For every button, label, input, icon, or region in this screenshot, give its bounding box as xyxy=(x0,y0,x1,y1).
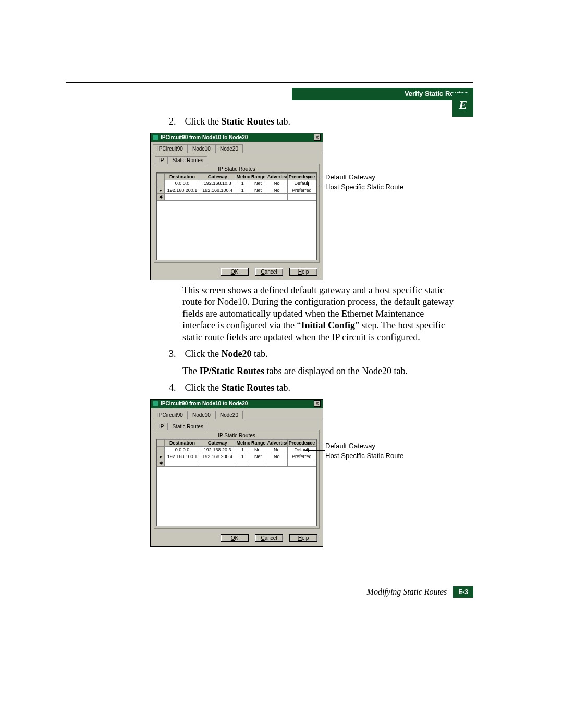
step-3: 3. Click the Node20 tab. xyxy=(169,348,457,360)
tab-node20[interactable]: Node20 xyxy=(215,411,243,419)
close-icon[interactable]: × xyxy=(314,134,321,141)
callout-arrow-1 xyxy=(305,443,325,443)
col-metric[interactable]: Metric xyxy=(235,173,250,180)
subtab-ip[interactable]: IP xyxy=(155,423,168,430)
cell-gateway[interactable]: 192.168.100.4 xyxy=(200,187,235,193)
grid-row[interactable]: ▸ 192.168.100.1 192.168.200.4 1 Net No P… xyxy=(157,453,316,460)
help-button[interactable]: Help xyxy=(289,534,317,542)
cell-destination[interactable]: 192.168.200.1 xyxy=(165,187,200,193)
cell-destination[interactable]: 192.168.100.1 xyxy=(165,453,200,460)
col-destination[interactable]: Destination xyxy=(165,439,200,446)
page-footer: Modifying Static Routes E-3 xyxy=(367,586,473,598)
cell-range[interactable]: Net xyxy=(250,187,266,193)
row-selector[interactable]: ✱ xyxy=(157,193,165,200)
callout-default-gateway: Default Gateway xyxy=(325,442,375,450)
cell-destination[interactable]: 0.0.0.0 xyxy=(165,180,200,187)
dialog-title: IPCircuit90 from Node10 to Node20 xyxy=(161,134,314,140)
grid-row-new[interactable]: ✱ xyxy=(157,193,316,200)
row-selector[interactable]: ▸ xyxy=(157,187,165,193)
callout-host-specific: Host Specific Static Route xyxy=(325,183,403,191)
appendix-tab: E xyxy=(452,93,473,117)
step-2: 2. Click the Static Routes tab. xyxy=(169,116,457,128)
subtab-static-routes[interactable]: Static Routes xyxy=(168,423,207,430)
dialog-window: IPCircuit90 from Node10 to Node20 × IPCi… xyxy=(150,399,323,547)
tab-node20[interactable]: Node20 xyxy=(215,144,243,153)
ok-button[interactable]: OK xyxy=(221,534,249,542)
col-destination[interactable]: Destination xyxy=(165,173,200,180)
cell-gateway[interactable]: 192.168.20.3 xyxy=(200,446,235,453)
main-tab-row: IPCircuit90 Node10 Node20 xyxy=(151,142,323,153)
step-text: tab. xyxy=(274,116,290,127)
close-icon[interactable]: × xyxy=(314,400,321,407)
col-advertise[interactable]: Advertise xyxy=(266,173,287,180)
callout-default-gateway: Default Gateway xyxy=(325,173,375,181)
tab-ipcircuit90[interactable]: IPCircuit90 xyxy=(153,144,188,153)
dialog-button-bar: OK Cancel Help xyxy=(151,265,323,280)
ok-button[interactable]: OK xyxy=(221,268,249,276)
cancel-button[interactable]: Cancel xyxy=(255,534,283,542)
main-tab-row: IPCircuit90 Node10 Node20 xyxy=(151,408,323,419)
grid-title: IP Static Routes xyxy=(156,433,317,438)
row-selector[interactable]: ✱ xyxy=(157,460,165,466)
step-bold: Node20 xyxy=(222,349,252,359)
cell-precedence[interactable]: Preferred xyxy=(287,187,316,193)
step-4: 4. Click the Static Routes tab. xyxy=(169,382,457,394)
cell-gateway[interactable]: 192.168.10.3 xyxy=(200,180,235,187)
cell-precedence[interactable]: Default xyxy=(287,180,316,187)
step-number: 2. xyxy=(169,116,182,128)
cell-destination[interactable]: 0.0.0.0 xyxy=(165,446,200,453)
tab-node10[interactable]: Node10 xyxy=(188,144,215,153)
cell-advertise[interactable]: No xyxy=(266,446,287,453)
cell-metric[interactable]: 1 xyxy=(235,446,250,453)
grid-row[interactable]: 0.0.0.0 192.168.10.3 1 Net No Default xyxy=(157,180,316,187)
dialog-panel: IP Static Routes Destination Gateway Met… xyxy=(154,430,320,529)
routes-grid: Destination Gateway Metric Range Adverti… xyxy=(157,173,316,201)
tab-ipcircuit90[interactable]: IPCircuit90 xyxy=(153,411,188,419)
cell-precedence[interactable]: Preferred xyxy=(287,453,316,460)
grid-header-row: Destination Gateway Metric Range Adverti… xyxy=(157,439,316,446)
grid-row[interactable]: ▸ 192.168.200.1 192.168.100.4 1 Net No P… xyxy=(157,187,316,193)
cell-range[interactable]: Net xyxy=(250,453,266,460)
col-gateway[interactable]: Gateway xyxy=(200,173,235,180)
dialog1-wrap: IPCircuit90 from Node10 to Node20 × IPCi… xyxy=(150,133,457,280)
cell-advertise[interactable]: No xyxy=(266,453,287,460)
row-selector[interactable]: ▸ xyxy=(157,453,165,460)
grid-row[interactable]: 0.0.0.0 192.168.20.3 1 Net No Default xyxy=(157,446,316,453)
help-button[interactable]: Help xyxy=(289,268,317,276)
tab-node10[interactable]: Node10 xyxy=(188,411,215,419)
cell-advertise[interactable]: No xyxy=(266,187,287,193)
cell-range[interactable]: Net xyxy=(250,446,266,453)
cell-advertise[interactable]: No xyxy=(266,180,287,187)
cell-range[interactable]: Net xyxy=(250,180,266,187)
grid-row-new[interactable]: ✱ xyxy=(157,460,316,466)
subtab-ip[interactable]: IP xyxy=(155,156,168,164)
col-advertise[interactable]: Advertise xyxy=(266,439,287,446)
step-3-line2: The IP/Static Routes tabs are displayed … xyxy=(182,365,457,377)
cell-metric[interactable]: 1 xyxy=(235,187,250,193)
cell-metric[interactable]: 1 xyxy=(235,453,250,460)
col-metric[interactable]: Metric xyxy=(235,439,250,446)
row-selector[interactable] xyxy=(157,180,165,187)
cancel-button[interactable]: Cancel xyxy=(255,268,283,276)
cell-precedence[interactable]: Default xyxy=(287,446,316,453)
col-gateway[interactable]: Gateway xyxy=(200,439,235,446)
grid-frame: Destination Gateway Metric Range Adverti… xyxy=(156,439,317,526)
cell-metric[interactable]: 1 xyxy=(235,180,250,187)
sub-tab-row: IP Static Routes xyxy=(151,419,323,430)
app-icon xyxy=(153,134,158,140)
subtab-static-routes[interactable]: Static Routes xyxy=(168,156,207,164)
dialog-panel: IP Static Routes Destination Gateway Met… xyxy=(154,164,320,263)
footer-title: Modifying Static Routes xyxy=(367,587,447,597)
step-2-explain: This screen shows a defined default gate… xyxy=(182,285,457,343)
col-range[interactable]: Range xyxy=(250,173,266,180)
dialog-window: IPCircuit90 from Node10 to Node20 × IPCi… xyxy=(150,133,323,280)
dialog-titlebar: IPCircuit90 from Node10 to Node20 × xyxy=(151,400,323,408)
step-text: Click the xyxy=(185,116,222,127)
row-selector[interactable] xyxy=(157,446,165,453)
step-text: tab. xyxy=(274,382,290,393)
step-number: 4. xyxy=(169,382,182,394)
col-range[interactable]: Range xyxy=(250,439,266,446)
app-icon xyxy=(153,401,158,406)
grid-header-row: Destination Gateway Metric Range Adverti… xyxy=(157,173,316,180)
cell-gateway[interactable]: 192.168.200.4 xyxy=(200,453,235,460)
